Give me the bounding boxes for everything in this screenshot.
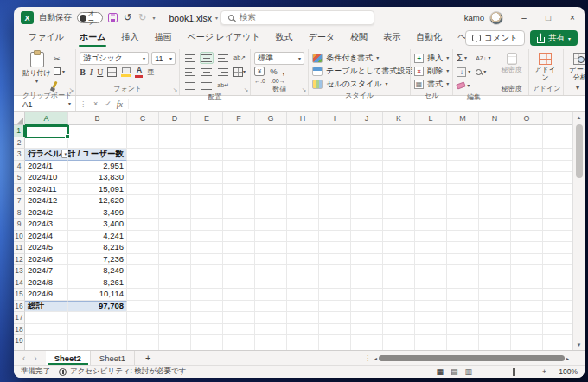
cell-H2[interactable]: [287, 137, 319, 150]
cell-D11[interactable]: [159, 242, 191, 254]
cell-O13[interactable]: [511, 265, 543, 277]
cell-M1[interactable]: [447, 125, 479, 137]
cell-D9[interactable]: [159, 219, 191, 231]
cell-L16[interactable]: [415, 301, 447, 313]
cell-D1[interactable]: [159, 125, 191, 137]
cell-G15[interactable]: [255, 289, 287, 301]
cell-J14[interactable]: [351, 277, 383, 290]
cell-J11[interactable]: [351, 242, 383, 254]
column-header-I[interactable]: I: [319, 112, 351, 125]
cell-O1[interactable]: [511, 125, 543, 137]
cell-H9[interactable]: [287, 219, 319, 231]
cell-D5[interactable]: [159, 172, 191, 184]
cell-I15[interactable]: [319, 289, 351, 301]
cell-L15[interactable]: [415, 289, 447, 301]
cell-L4[interactable]: [415, 161, 447, 173]
cell-J7[interactable]: [351, 195, 383, 207]
active-cell-selection[interactable]: [25, 125, 69, 138]
prev-sheet-button[interactable]: ‹: [22, 353, 25, 363]
cell-M10[interactable]: [447, 231, 479, 243]
cell-C16[interactable]: [127, 301, 159, 313]
cell-C7[interactable]: [127, 195, 159, 207]
cell-C10[interactable]: [127, 231, 159, 243]
cell-M4[interactable]: [447, 161, 479, 173]
row-header-17[interactable]: 17: [14, 312, 25, 324]
cell-M8[interactable]: [447, 207, 479, 220]
column-header-D[interactable]: D: [159, 112, 191, 125]
cell-N10[interactable]: [479, 231, 511, 243]
cell-B5[interactable]: 13,830: [68, 172, 127, 184]
cell-L8[interactable]: [415, 207, 447, 220]
cell-H19[interactable]: [287, 335, 319, 347]
cell-H10[interactable]: [287, 231, 319, 243]
bold-button[interactable]: B: [80, 67, 86, 77]
cell-K1[interactable]: [383, 125, 415, 137]
cell-B15[interactable]: 10,114: [68, 289, 127, 301]
cell-B2[interactable]: [68, 137, 127, 150]
ribbon-tab[interactable]: データ: [301, 28, 342, 48]
cell-K6[interactable]: [383, 184, 415, 196]
cell-F5[interactable]: [223, 172, 255, 184]
page-break-view-button[interactable]: ▥: [465, 367, 473, 376]
cell-A18[interactable]: [25, 324, 68, 336]
cell-D17[interactable]: [159, 312, 191, 324]
cell-B9[interactable]: 3,400: [68, 219, 127, 231]
cell-I11[interactable]: [319, 242, 351, 254]
copy-button[interactable]: ▾: [54, 66, 65, 77]
cell-H3[interactable]: [287, 149, 319, 161]
sheet-tab-Sheet2[interactable]: Sheet2: [46, 351, 91, 365]
cell-I10[interactable]: [319, 231, 351, 243]
cell-F11[interactable]: [223, 242, 255, 254]
cell-I5[interactable]: [319, 172, 351, 184]
cell-N17[interactable]: [479, 312, 511, 324]
cell-N14[interactable]: [479, 277, 511, 290]
cell-H15[interactable]: [287, 289, 319, 301]
sheet-tab-Sheet1[interactable]: Sheet1: [91, 351, 135, 365]
next-sheet-button[interactable]: ›: [34, 353, 36, 363]
cell-L13[interactable]: [415, 265, 447, 277]
cell-M19[interactable]: [447, 335, 479, 347]
cell-L18[interactable]: [415, 324, 447, 336]
minimize-button[interactable]: –: [512, 7, 536, 29]
font-color-button[interactable]: A: [135, 67, 143, 78]
cell-B3[interactable]: 合計 / ユーザー数: [68, 149, 127, 161]
align-middle-button[interactable]: [200, 52, 214, 64]
cell-C3[interactable]: [127, 149, 159, 161]
cell-A2[interactable]: [25, 137, 68, 150]
cell-O10[interactable]: [511, 231, 543, 243]
cell-F12[interactable]: [223, 254, 255, 266]
column-header-C[interactable]: C: [127, 112, 159, 125]
insert-function-icon[interactable]: fx: [115, 99, 129, 109]
cell-E7[interactable]: [191, 195, 223, 207]
scroll-down-icon[interactable]: ▼: [577, 340, 582, 350]
row-header-16[interactable]: 16: [14, 301, 25, 313]
cell-H5[interactable]: [287, 172, 319, 184]
cell-A3[interactable]: 行ラベル▾: [25, 149, 68, 161]
cell-N15[interactable]: [479, 289, 511, 301]
row-header-12[interactable]: 12: [14, 254, 25, 266]
cell-O18[interactable]: [511, 324, 543, 336]
cell-B12[interactable]: 7,236: [68, 254, 127, 266]
cell-A17[interactable]: [25, 312, 68, 324]
row-header-4[interactable]: 4: [14, 161, 25, 173]
row-header-6[interactable]: 6: [14, 184, 25, 196]
cell-N16[interactable]: [479, 301, 511, 313]
cell-M13[interactable]: [447, 265, 479, 277]
cell-M18[interactable]: [447, 324, 479, 336]
cell-I13[interactable]: [319, 265, 351, 277]
formula-bar-handle[interactable]: ⋮: [76, 100, 90, 108]
cell-E3[interactable]: [191, 149, 223, 161]
cell-A7[interactable]: 2024/12: [25, 195, 68, 207]
cell-A8[interactable]: 2024/2: [25, 207, 68, 220]
row-header-3[interactable]: 3: [14, 149, 25, 161]
vertical-scroll-thumb[interactable]: [576, 124, 583, 178]
ruby-button[interactable]: 亜: [147, 67, 154, 77]
cell-G5[interactable]: [255, 172, 287, 184]
cell-G10[interactable]: [255, 231, 287, 243]
autosum-button[interactable]: Σ▾: [457, 52, 470, 64]
cell-K14[interactable]: [383, 277, 415, 290]
column-header-E[interactable]: E: [191, 112, 223, 125]
cell-F1[interactable]: [223, 125, 255, 137]
align-bottom-button[interactable]: [216, 52, 230, 64]
increase-decimal-button[interactable]: ←.0: [254, 78, 265, 84]
